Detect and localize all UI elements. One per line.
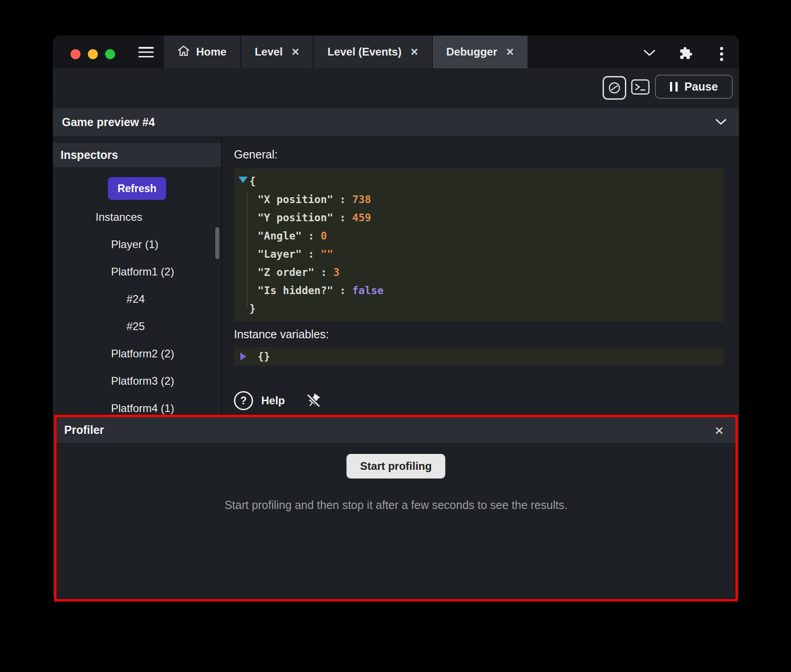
tab-bar: Home Level × Level (Events) × Debugger × [164,36,527,68]
tree-item-player[interactable]: Player (1) [53,231,221,258]
close-icon[interactable]: × [715,423,724,438]
unpin-icon[interactable] [306,393,321,408]
inspectors-header: Inspectors [53,143,221,167]
collapse-triangle-icon[interactable] [238,177,248,183]
close-icon[interactable]: × [292,46,299,58]
chevron-down-icon[interactable] [715,118,726,127]
extensions-puzzle-icon[interactable] [679,46,693,62]
chevron-down-icon[interactable] [644,50,655,58]
tab-debugger[interactable]: Debugger × [433,36,527,68]
console-icon [631,78,650,96]
json-indent-guide [247,191,248,306]
tree-item-platform1[interactable]: Platform1 (2) [53,258,221,285]
game-preview-bar: Game preview #4 [53,108,739,136]
json-property-y-position: "Y position" : 459 [258,209,724,227]
pause-label: Pause [685,80,718,93]
help-label[interactable]: Help [261,394,285,407]
tab-level[interactable]: Level × [241,36,313,68]
start-profiling-button[interactable]: Start profiling [346,454,445,479]
profiler-title: Profiler [64,423,104,437]
debugger-content: Inspectors Refresh Instances Player (1) … [53,136,739,601]
tab-label: Level [255,46,283,58]
help-icon[interactable]: ? [234,391,253,410]
app-window: Home Level × Level (Events) × Debugger × [53,36,739,601]
window-minimize-button[interactable] [88,49,98,59]
profiler-header: Profiler × [56,417,735,443]
general-section-label: General: [234,148,724,161]
help-row: ? Help [234,391,724,410]
profiler-toggle-icon-button[interactable] [603,76,626,100]
tab-home[interactable]: Home [164,36,240,68]
inspector-tree: Instances Player (1) Platform1 (2) #24 #… [53,204,221,422]
json-open-brace: { [249,172,724,190]
tab-level-events[interactable]: Level (Events) × [314,36,431,68]
json-property-layer: "Layer" : "" [258,245,724,263]
json-close-brace: } [249,300,724,318]
profiler-panel-highlighted: Profiler × Start profiling Start profili… [54,415,738,601]
expand-triangle-icon[interactable] [240,352,246,361]
instance-variables-json-view: {} [234,347,724,366]
title-bar: Home Level × Level (Events) × Debugger × [53,36,739,68]
tab-label: Debugger [446,46,497,58]
kebab-menu-icon[interactable] [720,52,723,56]
instance-variables-label: Instance variables: [234,328,724,341]
pause-button[interactable]: Pause [655,75,733,99]
close-icon[interactable]: × [411,46,418,58]
window-close-button[interactable] [71,49,81,59]
json-property-is-hidden: "Is hidden?" : false [258,281,724,300]
refresh-button[interactable]: Refresh [108,177,166,200]
profiler-body: Start profiling Start profiling and then… [56,443,735,599]
game-preview-title: Game preview #4 [62,116,155,129]
json-property-x-position: "X position" : 738 [258,190,724,209]
home-icon [177,45,190,59]
pause-icon [670,82,678,92]
instance-variables-value: {} [258,350,724,363]
tree-item-instance-24[interactable]: #24 [53,285,221,313]
close-icon[interactable]: × [507,46,514,58]
profiler-hint-text: Start profiling and then stop it after a… [56,499,735,512]
json-property-z-order: "Z order" : 3 [258,263,724,281]
screen-background: Home Level × Level (Events) × Debugger × [0,0,791,672]
tab-label: Level (Events) [327,46,401,58]
tree-item-instance-25[interactable]: #25 [53,313,221,340]
sidebar-scrollbar-thumb[interactable] [215,227,219,259]
tab-label: Home [196,46,227,58]
speed-circle-icon [608,81,621,95]
hamburger-menu-icon[interactable] [138,47,154,57]
tree-item-platform2[interactable]: Platform2 (2) [53,340,221,367]
window-zoom-button[interactable] [105,49,115,59]
json-property-angle: "Angle" : 0 [258,227,724,245]
tree-item-platform3[interactable]: Platform3 (2) [53,367,221,395]
general-json-view: { "X position" : 738 "Y position" : 459 … [234,168,724,321]
console-icon-button[interactable] [631,78,650,96]
debugger-toolbar: Pause [53,68,739,108]
tree-item-instances[interactable]: Instances [53,204,221,231]
